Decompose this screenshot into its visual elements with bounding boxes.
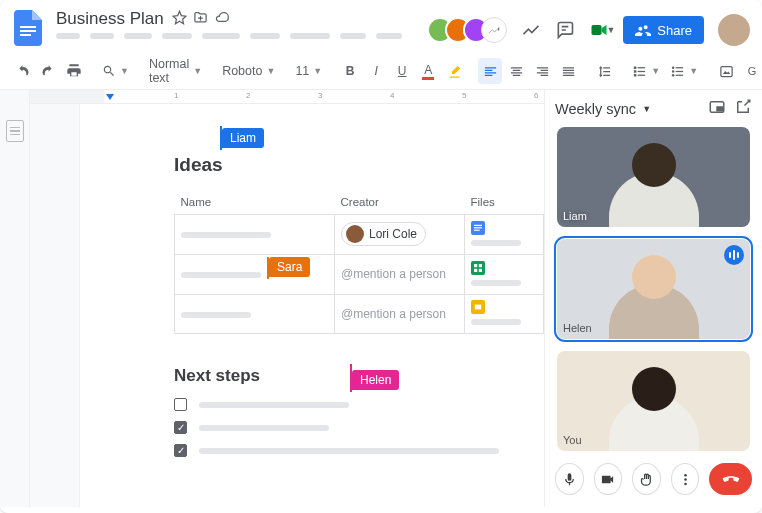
insert-g-button[interactable]: G [740, 58, 762, 84]
cursor-flag-sara: Sara [269, 257, 310, 277]
checklist-button[interactable]: ▼ [628, 64, 664, 79]
svg-point-29 [684, 482, 687, 485]
svg-rect-18 [474, 227, 482, 228]
creator-chip[interactable]: Lori Cole [341, 222, 426, 246]
col-name: Name [175, 194, 335, 215]
share-label: Share [657, 23, 692, 38]
video-tile-you[interactable]: You [557, 351, 750, 451]
insert-image-button[interactable] [714, 58, 738, 84]
toolbar: ▼ Normal text▼ Roboto▼ 11▼ B I U A ▼ ▼ G… [0, 52, 762, 90]
slides-file-icon[interactable] [471, 300, 485, 314]
raise-hand-button[interactable] [632, 463, 661, 495]
svg-point-12 [672, 74, 675, 77]
align-center-button[interactable] [504, 58, 528, 84]
ideas-table[interactable]: Name Creator Files Lori Cole Sara [174, 194, 544, 334]
text-color-button[interactable]: A [416, 58, 440, 84]
italic-button[interactable]: I [364, 58, 388, 84]
svg-rect-20 [474, 264, 477, 267]
speaking-indicator-icon [724, 245, 744, 265]
svg-rect-8 [638, 70, 646, 71]
outline-icon[interactable] [6, 120, 24, 142]
comments-icon[interactable] [555, 20, 575, 40]
hangup-button[interactable] [709, 463, 752, 495]
svg-rect-2 [20, 34, 31, 36]
sheets-file-icon[interactable] [471, 261, 485, 275]
checkbox-checked[interactable] [174, 421, 187, 434]
col-creator: Creator [335, 194, 465, 215]
move-icon[interactable] [193, 10, 208, 28]
popout-icon[interactable] [734, 98, 752, 119]
style-dropdown[interactable]: Normal text▼ [145, 57, 206, 85]
svg-rect-17 [474, 225, 482, 226]
cursor-flag-helen: Helen [352, 370, 399, 390]
svg-point-27 [684, 473, 687, 476]
svg-rect-15 [676, 74, 684, 75]
share-button[interactable]: Share [623, 16, 704, 44]
svg-rect-13 [676, 67, 684, 68]
line-spacing-button[interactable] [592, 58, 616, 84]
mic-button[interactable] [555, 463, 584, 495]
meet-title-dropdown[interactable]: Weekly sync▼ [555, 101, 700, 117]
svg-rect-16 [720, 66, 731, 76]
checkbox-checked[interactable] [174, 444, 187, 457]
undo-button[interactable] [10, 58, 34, 84]
doc-title[interactable]: Business Plan [54, 8, 166, 30]
mention-placeholder[interactable]: @mention a person [341, 267, 446, 281]
align-right-button[interactable] [530, 58, 554, 84]
video-tile-liam[interactable]: Liam [557, 127, 750, 227]
star-icon[interactable] [172, 10, 187, 28]
svg-rect-6 [634, 74, 637, 77]
docs-file-icon[interactable] [471, 221, 485, 235]
vertical-ruler[interactable] [30, 104, 80, 507]
svg-rect-7 [638, 67, 646, 68]
pip-icon[interactable] [708, 98, 726, 119]
docs-logo[interactable] [10, 10, 46, 46]
account-avatar[interactable] [718, 14, 750, 46]
svg-rect-9 [638, 74, 646, 75]
svg-point-10 [672, 66, 675, 69]
redo-button[interactable] [36, 58, 60, 84]
checkbox-unchecked[interactable] [174, 398, 187, 411]
svg-rect-3 [592, 25, 602, 35]
zoom-dropdown[interactable]: ▼ [98, 64, 133, 78]
heading-ideas: Ideas [174, 154, 223, 175]
svg-rect-1 [20, 30, 36, 32]
svg-rect-0 [20, 26, 36, 28]
svg-rect-19 [474, 229, 480, 230]
cursor-flag-liam: Liam [222, 128, 264, 148]
activity-icon[interactable] [521, 20, 541, 40]
align-justify-button[interactable] [556, 58, 580, 84]
svg-rect-26 [717, 107, 722, 111]
svg-point-11 [672, 70, 675, 73]
svg-rect-21 [479, 264, 482, 267]
svg-rect-4 [634, 66, 637, 69]
svg-point-28 [684, 478, 687, 481]
document-canvas[interactable]: Ideas Liam Name Creator Files [80, 104, 544, 507]
svg-rect-24 [475, 305, 481, 310]
svg-rect-22 [474, 268, 477, 271]
align-left-button[interactable] [478, 58, 502, 84]
col-files: Files [465, 194, 544, 215]
highlight-button[interactable] [442, 58, 466, 84]
underline-button[interactable]: U [390, 58, 414, 84]
fontsize-dropdown[interactable]: 11▼ [291, 64, 326, 78]
svg-rect-14 [676, 70, 684, 71]
camera-button[interactable] [594, 463, 623, 495]
menu-bar[interactable] [54, 33, 419, 39]
bold-button[interactable]: B [338, 58, 362, 84]
video-tile-helen[interactable]: Helen [557, 239, 750, 339]
bulletlist-button[interactable]: ▼ [666, 64, 702, 79]
cloud-status-icon[interactable] [214, 10, 230, 28]
mention-placeholder[interactable]: @mention a person [341, 307, 446, 321]
svg-rect-5 [634, 70, 637, 73]
more-options-button[interactable] [671, 463, 700, 495]
meet-panel: Weekly sync▼ Liam Helen You [544, 90, 762, 507]
horizontal-ruler[interactable]: 1 2 3 4 5 6 [30, 90, 544, 104]
font-dropdown[interactable]: Roboto▼ [218, 64, 279, 78]
svg-rect-23 [479, 268, 482, 271]
collaborator-avatars[interactable] [427, 17, 507, 43]
heading-next-steps: Next steps [174, 366, 260, 386]
meet-icon[interactable]: ▼ [589, 20, 609, 40]
print-button[interactable] [62, 58, 86, 84]
checklist[interactable]: Helen [174, 398, 544, 457]
